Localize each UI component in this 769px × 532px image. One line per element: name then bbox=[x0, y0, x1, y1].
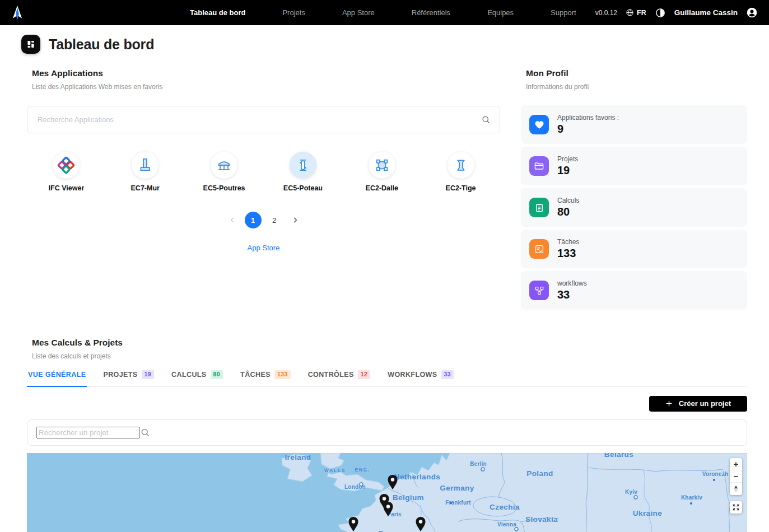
map-city-dot bbox=[481, 468, 484, 471]
map-country-label-ukraine: Ukraine bbox=[633, 509, 662, 517]
tab-label: VUE GÉNÉRALE bbox=[28, 371, 86, 379]
tab-label: WORKFLOWS bbox=[388, 371, 437, 379]
map-fullscreen-button[interactable] bbox=[730, 501, 742, 514]
map-city-label-kharkiv: Kharkiv bbox=[681, 494, 702, 501]
tab-vue-generale[interactable]: VUE GÉNÉRALE bbox=[27, 367, 87, 386]
stat-label: Calculs bbox=[557, 197, 579, 204]
map-country-label-germany: Germany bbox=[440, 484, 474, 492]
page-title: Tableau de bord bbox=[49, 36, 154, 53]
map-city-label-wales: WALES bbox=[324, 468, 346, 473]
apps-pagination: 12 bbox=[27, 212, 500, 228]
app-ec5-poutres[interactable]: EC5-Poutres bbox=[185, 152, 264, 192]
stat-card-workflows[interactable]: workflows33 bbox=[521, 271, 747, 310]
map-city-label-vienna: Vienna bbox=[497, 521, 516, 528]
language-code: FR bbox=[637, 9, 646, 17]
app-ec5-poteau[interactable]: EC5-Poteau bbox=[263, 152, 342, 192]
pagination-page-1[interactable]: 1 bbox=[245, 212, 262, 228]
tab-label: CALCULS bbox=[171, 371, 207, 379]
tab-projets[interactable]: PROJETS19 bbox=[102, 367, 155, 386]
map-city-label-london: London bbox=[344, 484, 366, 490]
stat-text: workflows33 bbox=[557, 279, 587, 301]
create-project-button[interactable]: Créer un projet bbox=[649, 396, 747, 412]
nav-item-projets[interactable]: Projets bbox=[282, 8, 305, 17]
map-country-label-belarus: Belarus bbox=[604, 453, 633, 459]
app-icon-circle bbox=[211, 152, 237, 179]
projects-map[interactable]: IrelandNetherlandsBelgiumGermanyPolandCz… bbox=[27, 453, 747, 532]
projects-section-title: Mes Calculs & Projets bbox=[32, 338, 747, 348]
map-tilt-button[interactable] bbox=[730, 483, 742, 495]
avatar-icon[interactable] bbox=[746, 7, 758, 18]
stat-text: Tâches133 bbox=[557, 238, 579, 260]
checklist-icon bbox=[529, 239, 549, 259]
map-city-label-frankfurt: Frankfurt bbox=[445, 500, 471, 506]
app-label: EC5-Poutres bbox=[203, 184, 245, 192]
map-city-dot bbox=[515, 528, 518, 531]
nav-item-tableau-de-bord[interactable]: Tableau de bord bbox=[190, 8, 245, 17]
projects-toolbar: Créer un projet bbox=[27, 396, 747, 412]
fullscreen-icon bbox=[732, 503, 740, 511]
tab-badge: 12 bbox=[358, 370, 370, 379]
stat-value: 80 bbox=[557, 206, 579, 218]
search-icon[interactable] bbox=[481, 115, 491, 124]
pagination-prev-button[interactable] bbox=[225, 212, 240, 228]
tab-label: PROJETS bbox=[103, 371, 137, 379]
theme-toggle-icon[interactable] bbox=[655, 7, 666, 18]
tab-taches[interactable]: TÂCHES133 bbox=[239, 367, 292, 386]
europe-map-canvas[interactable]: IrelandNetherlandsBelgiumGermanyPolandCz… bbox=[27, 453, 747, 532]
top-navbar: Tableau de bordProjetsApp StoreRéférenti… bbox=[0, 0, 769, 25]
map-city-label-eng: ENG. bbox=[355, 467, 370, 473]
app-icon-circle bbox=[290, 152, 316, 179]
profile-section-title: Mon Profil bbox=[526, 68, 747, 78]
app-ec7-mur[interactable]: EC7-Mur bbox=[106, 152, 185, 192]
pagination-next-button[interactable] bbox=[287, 212, 303, 228]
nav-item-app-store[interactable]: App Store bbox=[342, 8, 375, 17]
stat-value: 133 bbox=[557, 247, 579, 260]
app-label: EC2-Dalle bbox=[366, 184, 398, 192]
tab-badge: 33 bbox=[441, 370, 454, 379]
nav-item-referentiels[interactable]: Référentiels bbox=[412, 8, 450, 17]
apps-section: Mes Applications Liste des Applications … bbox=[27, 68, 500, 310]
search-icon[interactable] bbox=[140, 427, 150, 437]
map-zoom-in-button[interactable]: + bbox=[730, 458, 742, 470]
language-selector[interactable]: FR bbox=[626, 8, 646, 17]
map-zoom-out-button[interactable]: − bbox=[730, 470, 742, 483]
app-label: EC2-Tige bbox=[446, 184, 476, 192]
tab-badge: 133 bbox=[274, 370, 291, 379]
app-store-link[interactable]: App Store bbox=[27, 244, 500, 252]
map-city-dot bbox=[634, 496, 637, 499]
create-project-label: Créer un projet bbox=[679, 399, 731, 408]
stat-card-projets[interactable]: Projets19 bbox=[521, 147, 747, 185]
nav-item-support[interactable]: Support bbox=[551, 8, 576, 17]
stat-card-calculs[interactable]: Calculs80 bbox=[521, 188, 747, 227]
projects-tabs: VUE GÉNÉRALEPROJETS19CALCULS80TÂCHES133C… bbox=[27, 367, 747, 387]
stat-card-applications-favoris[interactable]: Applications favoris :9 bbox=[521, 105, 747, 144]
stat-value: 19 bbox=[557, 164, 578, 177]
app-icon-circle bbox=[448, 152, 474, 179]
main-content: Mes Applications Liste des Applications … bbox=[0, 68, 769, 310]
tab-controles[interactable]: CONTRÔLES12 bbox=[307, 367, 372, 386]
app-ifc-viewer[interactable]: IFC Viewer bbox=[27, 152, 106, 192]
app-logo-icon[interactable] bbox=[10, 4, 25, 22]
stat-label: workflows bbox=[557, 279, 587, 287]
pagination-page-2[interactable]: 2 bbox=[266, 212, 283, 228]
favorite-apps-grid: IFC ViewerEC7-MurEC5-PoutresEC5-PoteauEC… bbox=[27, 152, 500, 192]
tab-calculs[interactable]: CALCULS80 bbox=[170, 367, 224, 386]
stat-label: Tâches bbox=[557, 238, 579, 246]
app-icon-circle bbox=[369, 152, 395, 179]
stat-card-taches[interactable]: Tâches133 bbox=[521, 230, 747, 268]
app-label: EC7-Mur bbox=[131, 184, 160, 192]
app-ec2-tige[interactable]: EC2-Tige bbox=[421, 152, 500, 192]
tab-workflows[interactable]: WORKFLOWS33 bbox=[386, 367, 455, 386]
map-country-label-slovakia: Slovakia bbox=[525, 515, 558, 524]
map-country-label-poland: Poland bbox=[526, 469, 553, 478]
map-city-dot bbox=[690, 502, 692, 505]
nav-item-equipes[interactable]: Equipes bbox=[487, 8, 514, 17]
app-ec2-dalle[interactable]: EC2-Dalle bbox=[342, 152, 421, 192]
rod-icon bbox=[453, 157, 469, 173]
apps-search-input[interactable] bbox=[36, 115, 481, 124]
heart-icon bbox=[529, 115, 549, 134]
profile-section-subtitle: Informations du profil bbox=[526, 83, 747, 91]
user-name[interactable]: Guillaume Cassin bbox=[674, 8, 738, 17]
stat-text: Applications favoris :9 bbox=[557, 114, 619, 136]
project-search-input[interactable] bbox=[36, 427, 140, 438]
